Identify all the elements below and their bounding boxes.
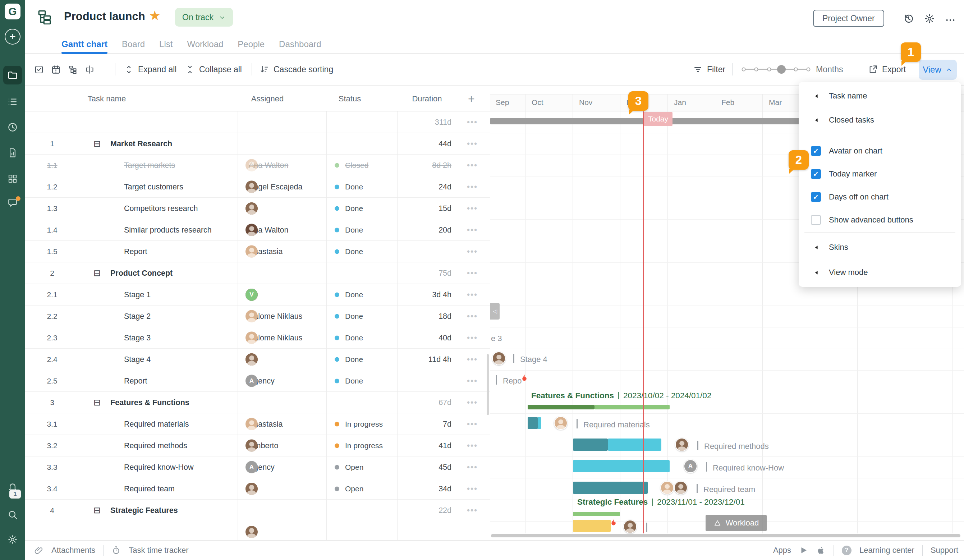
zoom-stop[interactable] bbox=[754, 68, 759, 72]
gantt-bar[interactable] bbox=[528, 405, 594, 409]
collapse-toggle-icon[interactable]: ⊟ bbox=[93, 139, 101, 149]
search-icon[interactable] bbox=[7, 510, 18, 520]
deadline-calendar-icon[interactable] bbox=[51, 65, 61, 75]
bulk-change-icon[interactable] bbox=[34, 65, 44, 75]
table-row[interactable]: 2⊟Product Concept75d••• bbox=[25, 262, 490, 284]
table-row[interactable]: 1.2Target customersAngel EscajedaDone24d… bbox=[25, 176, 490, 198]
view-button[interactable]: View bbox=[919, 60, 957, 80]
tab-list[interactable]: List bbox=[159, 34, 173, 54]
table-row[interactable]: 3⊟Features & Functions67d••• bbox=[25, 392, 490, 413]
footer-link[interactable]: Task time tracker bbox=[129, 545, 188, 555]
role-button[interactable]: Project Owner bbox=[813, 10, 884, 27]
menu-checkbox[interactable]: ✓ bbox=[811, 169, 821, 179]
row-more-options[interactable]: ••• bbox=[464, 139, 480, 148]
collapse-toggle-icon[interactable]: ⊟ bbox=[93, 505, 101, 515]
row-more-options[interactable]: ••• bbox=[464, 484, 480, 493]
expand-all-button[interactable]: Expand all bbox=[124, 54, 176, 85]
menu-item-show-advanced-buttons[interactable]: Show advanced buttons bbox=[799, 212, 961, 229]
menu-item-view-mode[interactable]: View mode bbox=[799, 264, 961, 281]
zoom-stop[interactable] bbox=[767, 68, 771, 72]
row-more-options[interactable]: ••• bbox=[464, 333, 480, 343]
filter-button[interactable]: Filter bbox=[693, 54, 725, 85]
table-row[interactable]: 2.3Stage 3Salome NiklausDone40d••• bbox=[25, 327, 490, 348]
gantt-bar[interactable] bbox=[573, 512, 620, 516]
project-settings-gear-icon[interactable] bbox=[924, 13, 935, 24]
table-row[interactable]: 1⊟Market Research44d••• bbox=[25, 133, 490, 155]
row-more-options[interactable]: ••• bbox=[464, 203, 480, 213]
table-vertical-scrollbar[interactable] bbox=[487, 354, 489, 415]
sidebar-item-projects[interactable] bbox=[3, 66, 22, 85]
learning-center-link[interactable]: Learning center bbox=[860, 545, 914, 555]
menu-checkbox[interactable]: ✓ bbox=[811, 192, 821, 202]
table-row[interactable] bbox=[25, 521, 490, 540]
table-collapse-handle[interactable]: ◁ bbox=[490, 303, 500, 319]
table-row[interactable]: 3.3Required know-HowAAgencyOpen45d••• bbox=[25, 456, 490, 478]
column-header-status[interactable]: Status bbox=[339, 94, 361, 104]
hierarchy-icon[interactable] bbox=[68, 65, 78, 75]
menu-item-skins[interactable]: Skins bbox=[799, 239, 961, 256]
gantt-bar[interactable] bbox=[538, 417, 541, 429]
row-more-options[interactable]: ••• bbox=[464, 247, 480, 256]
more-options-icon[interactable] bbox=[944, 15, 956, 26]
table-row[interactable]: 1.3Competitors researchDone15d••• bbox=[25, 198, 490, 219]
gantt-bar[interactable] bbox=[528, 417, 538, 429]
tab-workload[interactable]: Workload bbox=[187, 34, 223, 54]
chart-horizontal-scrollbar[interactable] bbox=[491, 534, 961, 537]
table-row[interactable]: 2.2Stage 2Salome NiklausDone18d••• bbox=[25, 306, 490, 327]
collapse-toggle-icon[interactable]: ⊟ bbox=[93, 397, 101, 408]
table-row[interactable]: 3.2Required methodsUmbertoIn progress41d… bbox=[25, 435, 490, 456]
table-row[interactable]: 3.1Required materialsAnastasiaIn progres… bbox=[25, 413, 490, 435]
gantt-bar[interactable] bbox=[573, 482, 648, 494]
row-more-options[interactable]: ••• bbox=[464, 355, 480, 364]
cascade-sorting-button[interactable]: Cascade sorting bbox=[259, 54, 333, 85]
row-more-options[interactable]: ••• bbox=[464, 117, 480, 127]
table-row[interactable]: 3.4Required teamOpen34d••• bbox=[25, 478, 490, 500]
table-row[interactable]: 1.1Target marketsAna WaltonClosed8d 2h••… bbox=[25, 155, 490, 176]
row-more-options[interactable]: ••• bbox=[464, 505, 480, 515]
row-more-options[interactable]: ••• bbox=[464, 182, 480, 192]
collapse-all-button[interactable]: Collapse all bbox=[185, 54, 242, 85]
table-row[interactable]: 4⊟Strategic Features22d••• bbox=[25, 500, 490, 521]
zoom-handle[interactable] bbox=[777, 65, 786, 74]
gantt-bar[interactable] bbox=[573, 438, 608, 451]
favorite-star-icon[interactable]: ★ bbox=[149, 8, 161, 23]
history-clock-icon[interactable] bbox=[7, 122, 18, 133]
menu-item-days-off-on-chart[interactable]: ✓Days off on chart bbox=[799, 188, 961, 205]
table-row[interactable]: 311d••• bbox=[25, 111, 490, 133]
table-row[interactable]: 1.4Similar products researchAna WaltonDo… bbox=[25, 219, 490, 241]
apple-icon[interactable] bbox=[816, 545, 826, 555]
table-row[interactable]: 2.5ReportAAgencyDone••• bbox=[25, 370, 490, 392]
support-link[interactable]: Support bbox=[931, 545, 958, 555]
tab-gantt-chart[interactable]: Gantt chart bbox=[62, 34, 107, 54]
row-more-options[interactable]: ••• bbox=[464, 225, 480, 235]
gantt-bar[interactable] bbox=[573, 520, 611, 532]
tab-dashboard[interactable]: Dashboard bbox=[279, 34, 321, 54]
app-logo[interactable]: G bbox=[5, 3, 21, 20]
menu-checkbox[interactable]: ✓ bbox=[811, 146, 821, 156]
task-list-icon[interactable] bbox=[7, 96, 18, 107]
row-more-options[interactable]: ••• bbox=[464, 268, 480, 278]
menu-item-task-name[interactable]: Task name bbox=[799, 87, 961, 104]
row-more-options[interactable]: ••• bbox=[464, 160, 480, 170]
settings-gear-icon[interactable] bbox=[7, 534, 18, 545]
menu-item-today-marker[interactable]: ✓Today marker bbox=[799, 165, 961, 182]
gantt-bar[interactable] bbox=[608, 438, 661, 451]
google-play-icon[interactable] bbox=[799, 545, 808, 555]
row-more-options[interactable]: ••• bbox=[464, 311, 480, 321]
export-button[interactable]: Export bbox=[868, 54, 906, 85]
create-new-button[interactable]: + bbox=[5, 29, 21, 45]
table-row[interactable]: 2.4Stage 4Done11d 4h••• bbox=[25, 348, 490, 370]
apps-grid-icon[interactable] bbox=[7, 173, 18, 184]
add-column-button[interactable]: + bbox=[468, 92, 475, 105]
workload-button[interactable]: Workload bbox=[705, 515, 767, 531]
tab-board[interactable]: Board bbox=[122, 34, 145, 54]
collapse-toggle-icon[interactable]: ⊟ bbox=[93, 268, 101, 278]
reports-icon[interactable] bbox=[7, 147, 18, 158]
row-more-options[interactable]: ••• bbox=[464, 376, 480, 386]
tab-people[interactable]: People bbox=[238, 34, 265, 54]
zoom-slider[interactable] bbox=[743, 65, 809, 74]
menu-item-closed-tasks[interactable]: Closed tasks bbox=[799, 111, 961, 129]
column-header-duration[interactable]: Duration bbox=[412, 94, 442, 104]
column-resize-icon[interactable] bbox=[85, 65, 94, 75]
column-header-assigned[interactable]: Assigned bbox=[251, 94, 284, 104]
